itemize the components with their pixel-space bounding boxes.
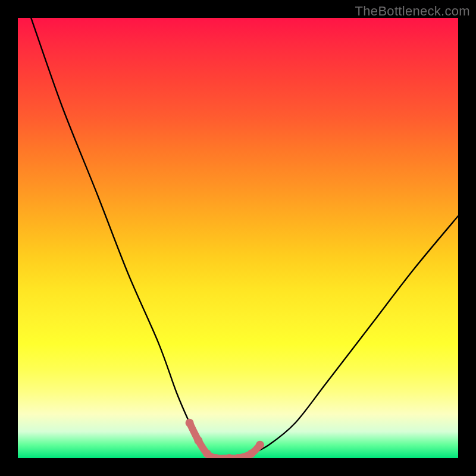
- plot-background: [18, 18, 458, 458]
- watermark: TheBottleneck.com: [355, 4, 470, 19]
- chart-frame: TheBottleneck.com: [0, 0, 476, 476]
